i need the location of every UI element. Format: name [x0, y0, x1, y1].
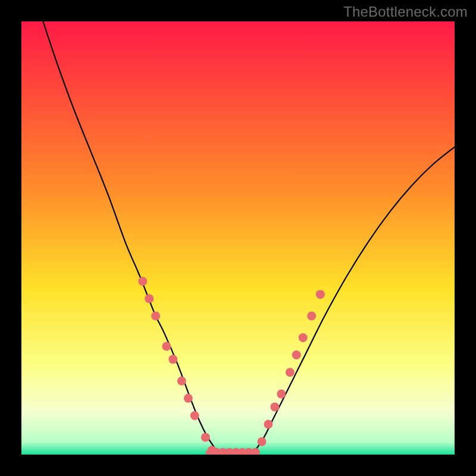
data-marker	[264, 420, 273, 429]
data-marker	[307, 312, 316, 321]
data-marker	[145, 294, 154, 303]
data-marker	[258, 437, 267, 446]
plot-area	[21, 21, 455, 455]
data-marker	[177, 377, 186, 386]
data-marker	[151, 312, 160, 321]
data-marker	[292, 350, 301, 359]
gradient-background	[21, 21, 455, 455]
data-marker	[162, 342, 171, 351]
watermark-text: TheBottleneck.com	[343, 4, 468, 20]
data-marker	[138, 277, 147, 286]
chart-frame: TheBottleneck.com	[0, 0, 476, 476]
data-marker	[168, 355, 177, 364]
data-marker	[286, 368, 295, 377]
data-marker	[270, 402, 279, 411]
data-marker	[316, 290, 325, 299]
data-marker	[201, 433, 210, 441]
chart-svg	[21, 21, 455, 455]
data-marker	[184, 394, 193, 403]
data-marker	[277, 390, 286, 399]
data-marker	[299, 333, 308, 342]
data-marker	[190, 411, 199, 420]
